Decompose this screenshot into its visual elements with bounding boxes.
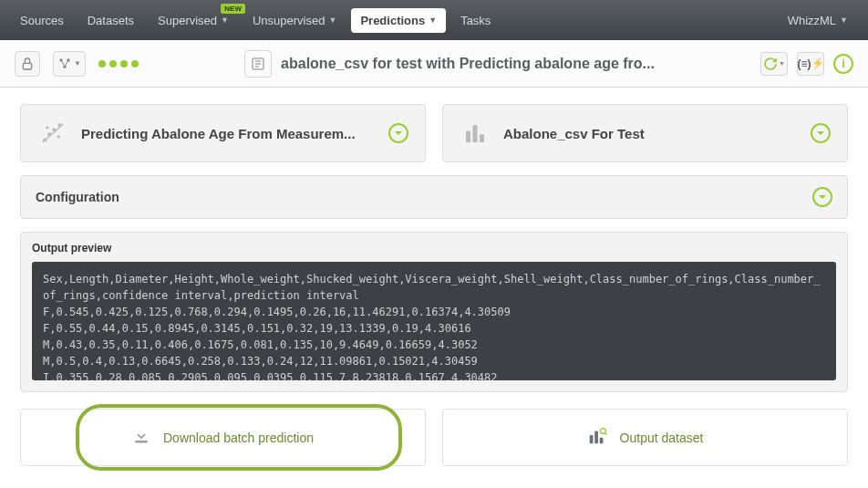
- refresh-button[interactable]: ▼: [760, 52, 788, 76]
- code-icon: (≡): [798, 57, 811, 70]
- nav-datasets[interactable]: Datasets: [78, 8, 143, 33]
- download-batch-prediction-button[interactable]: Download batch prediction: [20, 409, 426, 466]
- scatter-icon: [37, 118, 68, 149]
- nav-sources[interactable]: Sources: [11, 8, 73, 33]
- network-button[interactable]: ▼: [53, 51, 86, 77]
- svg-rect-12: [473, 125, 478, 142]
- configuration-panel[interactable]: Configuration: [20, 175, 848, 219]
- dataset-title: Abalone_csv For Test: [503, 126, 798, 141]
- actions-row: Download batch prediction Output dataset: [20, 409, 848, 466]
- page-title: abalone_csv for test with Predicting aba…: [281, 56, 655, 72]
- nav-unsupervised[interactable]: Unsupervised ▼: [243, 8, 346, 33]
- output-preview-text: Sex,Length,Diameter,Height,Whole_weight,…: [32, 262, 836, 380]
- caret-down-icon: ▼: [328, 16, 336, 25]
- svg-point-9: [46, 126, 48, 129]
- info-button[interactable]: i: [833, 54, 853, 74]
- caret-down-icon: ▼: [429, 16, 437, 25]
- dataset-icon: [587, 426, 607, 449]
- svg-rect-17: [599, 438, 603, 443]
- svg-rect-13: [480, 134, 484, 142]
- output-preview-label: Output preview: [32, 242, 836, 254]
- nav-predictions[interactable]: Predictions ▼: [351, 8, 446, 33]
- bars-icon: [460, 118, 491, 149]
- lock-icon: [20, 57, 35, 71]
- titlebar-actions: ▼ (≡)⚡ i: [760, 52, 853, 76]
- nav-tasks[interactable]: Tasks: [451, 8, 500, 33]
- new-badge: NEW: [221, 4, 245, 14]
- caret-down-icon: [816, 129, 825, 138]
- svg-rect-16: [594, 431, 598, 444]
- caret-down-icon: ▼: [840, 16, 848, 25]
- svg-rect-15: [589, 435, 593, 443]
- titlebar: ▼ abalone_csv for test with Predicting a…: [0, 40, 868, 88]
- svg-rect-11: [466, 131, 470, 143]
- caret-down-icon: [818, 192, 827, 202]
- status-dots: [98, 60, 139, 67]
- svg-point-3: [63, 65, 66, 67]
- output-dataset-label: Output dataset: [620, 431, 704, 445]
- card-status-badge[interactable]: [811, 123, 831, 143]
- refresh-icon: [763, 57, 778, 71]
- configuration-label: Configuration: [36, 190, 812, 204]
- model-card[interactable]: Predicting Abalone Age From Measurem...: [20, 104, 426, 162]
- dataset-card[interactable]: Abalone_csv For Test: [442, 104, 848, 162]
- nav-whizzml[interactable]: WhizzML ▼: [779, 8, 857, 33]
- caret-down-icon: [394, 129, 403, 138]
- network-icon: [57, 57, 72, 71]
- page-title-container: abalone_csv for test with Predicting aba…: [151, 50, 748, 78]
- caret-down-icon: ▼: [779, 60, 785, 67]
- download-icon: [132, 427, 150, 448]
- output-preview-panel: Output preview Sex,Length,Diameter,Heigh…: [20, 232, 848, 392]
- code-button[interactable]: (≡)⚡: [797, 52, 824, 76]
- card-status-badge[interactable]: [388, 123, 408, 143]
- resource-cards-row: Predicting Abalone Age From Measurem... …: [20, 104, 848, 162]
- expand-config-button[interactable]: [812, 187, 832, 207]
- output-dataset-button[interactable]: Output dataset: [442, 409, 848, 466]
- nav-supervised[interactable]: Supervised ▼ NEW: [149, 8, 238, 33]
- caret-down-icon: ▼: [74, 59, 81, 67]
- top-nav: Sources Datasets Supervised ▼ NEW Unsupe…: [0, 0, 868, 40]
- info-icon: i: [842, 57, 845, 70]
- download-label: Download batch prediction: [163, 431, 314, 445]
- model-title: Predicting Abalone Age From Measurem...: [81, 126, 376, 141]
- svg-point-18: [600, 429, 605, 434]
- resource-icon: [244, 50, 272, 78]
- svg-rect-0: [23, 63, 31, 69]
- caret-down-icon: ▼: [221, 16, 229, 25]
- svg-rect-14: [135, 441, 147, 443]
- lock-button[interactable]: [15, 51, 40, 77]
- main-content: Predicting Abalone Age From Measurem... …: [0, 88, 868, 483]
- svg-point-10: [57, 135, 60, 138]
